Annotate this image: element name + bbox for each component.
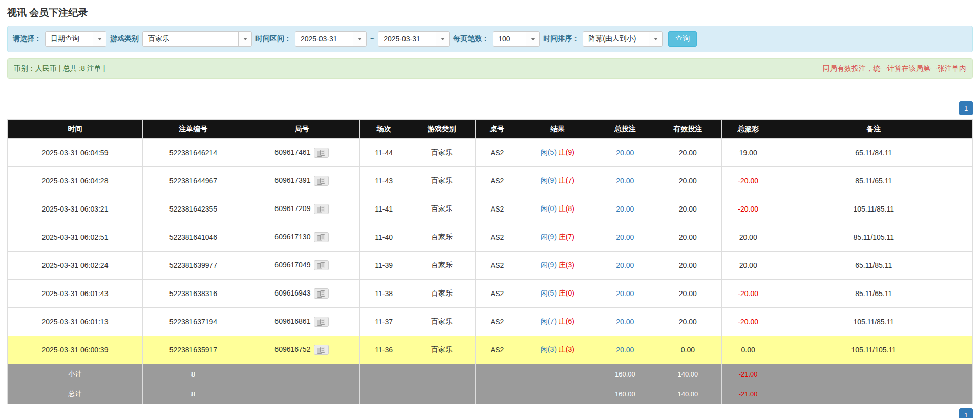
cell-payout: 20.00 (721, 223, 775, 252)
table-row: 2025-03-31 06:04:59 522381646214 6096174… (8, 139, 973, 167)
cell-note: 85.11/65.11 (775, 167, 973, 195)
cell-bet-id: 522381639977 (142, 252, 244, 280)
header-session: 场次 (360, 120, 408, 139)
game-type-dropdown[interactable]: 百家乐 (142, 31, 252, 47)
date-to-caret-button[interactable] (436, 32, 449, 46)
view-round-result-button[interactable] (314, 176, 329, 186)
view-round-result-button[interactable] (314, 232, 329, 242)
total-bet-link[interactable]: 20.00 (616, 289, 634, 298)
cell-payout: 20.00 (721, 252, 775, 280)
result-banker: 庄(3) (559, 345, 574, 353)
result-player: 闲(5) (541, 289, 557, 297)
round-id-text: 609617209 (274, 204, 310, 213)
subtotal-total-bet: 160.00 (596, 364, 654, 384)
cards-icon (317, 234, 326, 241)
result-banker: 庄(9) (559, 148, 574, 156)
total-bet-link[interactable]: 20.00 (616, 318, 634, 326)
table-row: 2025-03-31 06:01:43 522381638316 6096169… (8, 280, 973, 308)
filter-bar: 请选择： 日期查询 游戏类别 百家乐 时间区间： 2025-03-31 ~ 20… (7, 26, 973, 52)
result-player: 闲(5) (541, 148, 557, 156)
page-1-button-bottom[interactable]: 1 (959, 408, 973, 418)
cell-game-type: 百家乐 (408, 280, 476, 308)
view-round-result-button[interactable] (314, 288, 329, 299)
page-size-value: 100 (493, 32, 526, 46)
chevron-down-icon (441, 38, 445, 40)
cell-valid-bet: 20.00 (654, 223, 721, 252)
header-round-id: 局号 (244, 120, 359, 139)
view-round-result-button[interactable] (314, 148, 329, 158)
cell-note: 85.11/65.11 (775, 280, 973, 308)
total-bet-link[interactable]: 20.00 (616, 261, 634, 269)
date-from-caret-button[interactable] (353, 32, 366, 46)
cell-round-id: 609616861 (244, 308, 359, 336)
subtotal-label: 小计 (8, 364, 143, 384)
query-type-dropdown[interactable]: 日期查询 (45, 31, 106, 47)
table-row: 2025-03-31 06:00:39 522381635917 6096167… (8, 336, 973, 364)
cards-icon (317, 262, 326, 269)
round-id-text: 609617130 (274, 233, 310, 241)
cell-result: 闲(3) 庄(3) (519, 336, 596, 364)
cell-round-id: 609617391 (244, 167, 359, 195)
time-sort-caret-button[interactable] (649, 32, 662, 46)
time-sort-dropdown[interactable]: 降冪(由大到小) (583, 31, 663, 47)
view-round-result-button[interactable] (314, 317, 329, 327)
subtotal-row: 小计 8 160.00 140.00 -21.00 (8, 364, 973, 384)
total-bet-link[interactable]: 20.00 (616, 205, 634, 213)
view-round-result-button[interactable] (314, 345, 329, 355)
cell-note: 105.11/105.11 (775, 336, 973, 364)
cell-payout: -20.00 (721, 167, 775, 195)
page-size-label: 每页笔数： (453, 34, 489, 44)
bet-records-table: 时间 注单编号 局号 场次 游戏类别 桌号 结果 总投注 有效投注 总派彩 备注… (7, 119, 973, 404)
view-round-result-button[interactable] (314, 204, 329, 214)
query-type-value: 日期查询 (46, 32, 93, 46)
chevron-down-icon (243, 38, 247, 40)
subtotal-note (775, 364, 973, 384)
cell-bet-id: 522381644967 (142, 167, 244, 195)
table-body: 2025-03-31 06:04:59 522381646214 6096174… (8, 139, 973, 364)
total-bet-link[interactable]: 20.00 (616, 233, 634, 241)
grand-total-row: 总计 8 160.00 140.00 -21.00 (8, 384, 973, 404)
total-bet-link[interactable]: 20.00 (616, 149, 634, 157)
cards-icon (317, 319, 326, 326)
total-label: 总计 (8, 384, 143, 404)
round-id-text: 609616861 (274, 317, 310, 325)
total-total-bet: 160.00 (596, 384, 654, 404)
total-valid-bet: 140.00 (654, 384, 721, 404)
currency-total-text: 币别：人民币 | 总共 :8 注单 | (14, 64, 105, 73)
page-size-caret-button[interactable] (526, 32, 539, 46)
date-from-dropdown[interactable]: 2025-03-31 (295, 31, 367, 47)
cards-icon (317, 178, 326, 185)
cell-session: 11-39 (360, 252, 408, 280)
cell-total-bet: 20.00 (596, 223, 654, 252)
total-bet-link[interactable]: 20.00 (616, 177, 634, 185)
result-banker: 庄(7) (559, 176, 574, 184)
summary-bar: 币别：人民币 | 总共 :8 注单 | 同局有效投注，统一计算在该局第一张注单内 (7, 58, 973, 79)
view-round-result-button[interactable] (314, 260, 329, 270)
page-size-dropdown[interactable]: 100 (493, 31, 540, 47)
total-bet-link[interactable]: 20.00 (616, 346, 634, 354)
game-type-caret-button[interactable] (238, 32, 251, 46)
date-to-dropdown[interactable]: 2025-03-31 (378, 31, 450, 47)
cell-total-bet: 20.00 (596, 252, 654, 280)
cell-game-type: 百家乐 (408, 167, 476, 195)
total-payout: -21.00 (721, 384, 775, 404)
page-1-button[interactable]: 1 (959, 101, 973, 115)
table-row: 2025-03-31 06:03:21 522381642355 6096172… (8, 195, 973, 223)
chevron-down-icon (654, 38, 658, 40)
search-button[interactable]: 查询 (668, 31, 697, 47)
cell-result: 闲(5) 庄(0) (519, 280, 596, 308)
valid-bet-rule-text: 同局有效投注，统一计算在该局第一张注单内 (823, 64, 966, 73)
cell-round-id: 609617209 (244, 195, 359, 223)
total-note (775, 384, 973, 404)
result-banker: 庄(6) (559, 317, 574, 325)
chevron-down-icon (98, 38, 102, 40)
round-id-text: 609617461 (274, 148, 310, 156)
cell-payout: -20.00 (721, 308, 775, 336)
result-banker: 庄(0) (559, 289, 574, 297)
result-banker: 庄(7) (559, 233, 574, 241)
pagination-top: 1 (7, 101, 973, 115)
query-type-caret-button[interactable] (93, 32, 106, 46)
select-type-label: 请选择： (13, 34, 41, 44)
cell-bet-id: 522381646214 (142, 139, 244, 167)
cell-session: 11-43 (360, 167, 408, 195)
